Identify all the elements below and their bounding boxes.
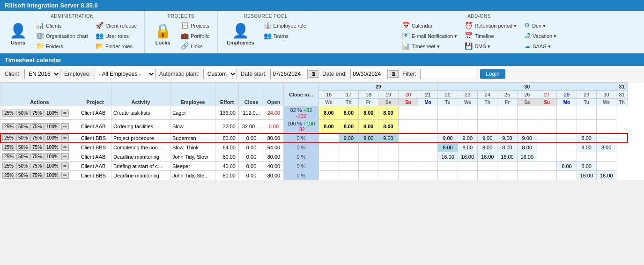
action-100[interactable]: 100% (44, 123, 60, 130)
calendar-button[interactable]: 📅 Calendar (400, 21, 459, 30)
cell-effort: 80.00 (215, 133, 239, 143)
employee-role-label: Employee role (274, 23, 306, 29)
date-end-input[interactable] (350, 69, 388, 79)
action-edit[interactable]: ✏ (61, 153, 69, 160)
teams-button[interactable]: 👥 Teams (262, 31, 308, 40)
action-100[interactable]: 100% (44, 110, 60, 117)
cell-effort: 32.00 (215, 120, 239, 133)
vacation-icon: 🏖 (524, 32, 531, 39)
users-button[interactable]: 👤 Users (6, 21, 30, 47)
vacation-button[interactable]: 🏖 Vacation ▾ (522, 31, 558, 40)
action-edit[interactable]: ✏ (61, 144, 69, 151)
action-25[interactable]: 25% (2, 134, 15, 141)
cell-open: 80.00 (264, 152, 283, 162)
cell-employee: Slow, Think (170, 143, 215, 152)
action-50[interactable]: 50% (16, 162, 30, 169)
login-button[interactable]: Login (480, 69, 505, 79)
action-100[interactable]: 100% (44, 153, 60, 160)
action-75[interactable]: 75% (30, 134, 44, 141)
action-50[interactable]: 50% (16, 134, 30, 141)
ribbon-section-projects: PROJECTS 🔒 Locks 📋 Projects 💼 Portfolio … (145, 11, 217, 53)
action-50[interactable]: 50% (16, 110, 30, 117)
timeline-label: Timeline (474, 33, 494, 39)
employee-select[interactable]: - All Employees - (95, 69, 155, 79)
links-button[interactable]: 🔗 Links (179, 41, 211, 51)
client-select[interactable]: EN 2016 (24, 69, 60, 79)
action-25[interactable]: 25% (2, 153, 15, 160)
date-end-calendar-button[interactable]: 🗓 (389, 70, 399, 78)
filter-input[interactable] (420, 69, 476, 79)
action-50[interactable]: 50% (16, 144, 30, 151)
action-25[interactable]: 25% (2, 123, 15, 130)
action-75[interactable]: 75% (30, 153, 44, 160)
action-100[interactable]: 100% (44, 144, 60, 151)
auto-plant-select[interactable]: Custom (203, 69, 237, 79)
org-chart-button[interactable]: 🏢 Organisation chart (34, 31, 90, 40)
cell-day (458, 162, 477, 171)
timesheet-button[interactable]: 📊 Timesheet ▾ (400, 41, 459, 51)
timeline-button[interactable]: 📅 Timeline (463, 31, 518, 40)
date-start-calendar-button[interactable]: 🗓 (309, 70, 318, 78)
action-edit[interactable]: ✏ (61, 134, 69, 141)
org-chart-label: Organisation chart (46, 33, 88, 39)
action-75[interactable]: 75% (30, 162, 44, 169)
action-25[interactable]: 25% (2, 172, 15, 179)
dms-icon: 💾 (465, 42, 473, 50)
cell-day: 8.00 (557, 162, 577, 171)
cell-close-in: 0 % (283, 171, 319, 180)
action-75[interactable]: 75% (30, 110, 44, 117)
projects-button[interactable]: 📋 Projects (179, 21, 211, 30)
date-start-input[interactable] (270, 69, 308, 79)
action-edit[interactable]: ✏ (61, 162, 69, 169)
week-29-header: 29 (319, 83, 438, 91)
ribbon-section-administration: ADMINISTRATION 👤 Users 📊 Clients 🏢 Organ… (0, 11, 145, 53)
action-100[interactable]: 100% (44, 134, 60, 141)
cell-day (477, 120, 497, 133)
admin-col1: 📊 Clients 🏢 Organisation chart 📁 Folders (34, 21, 90, 51)
action-25[interactable]: 25% (2, 162, 15, 169)
action-50[interactable]: 50% (16, 153, 30, 160)
projects-label: Projects (191, 23, 209, 29)
folders-button[interactable]: 📁 Folders (34, 41, 90, 51)
action-25[interactable]: 25% (2, 110, 15, 117)
cell-day: 16.00 (458, 152, 477, 162)
cell-day (477, 162, 497, 171)
pct-value: 0 % (296, 135, 305, 141)
cell-day (557, 152, 577, 162)
cell-day (398, 171, 418, 180)
action-100[interactable]: 100% (44, 162, 60, 169)
cell-day: 9.00 (378, 133, 398, 143)
folder-roles-button[interactable]: 📂 Folder roles (94, 41, 139, 51)
portfolio-button[interactable]: 💼 Portfolio (179, 31, 211, 40)
email-notification-button[interactable]: 📧 E-mail Notification ▾ (400, 31, 459, 40)
clients-button[interactable]: 📊 Clients (34, 21, 90, 30)
employee-role-button[interactable]: 👔 Employee role (262, 21, 308, 30)
action-50[interactable]: 50% (16, 172, 30, 179)
action-75[interactable]: 75% (30, 172, 44, 179)
action-edit[interactable]: ✏ (61, 123, 69, 130)
action-100[interactable]: 100% (44, 172, 60, 179)
col-employee: Employee (170, 83, 215, 106)
client-release-button[interactable]: 🚀 Client release (94, 21, 139, 30)
dev-button[interactable]: ⚙ Dev ▾ (522, 21, 558, 30)
action-50[interactable]: 50% (16, 123, 30, 130)
cell-day (557, 133, 577, 143)
user-roles-button[interactable]: 👥 User roles (94, 31, 139, 40)
cell-day (537, 162, 556, 171)
date-23: 23 (458, 91, 477, 99)
action-edit[interactable]: ✏ (61, 172, 69, 179)
day-su2: Su (537, 99, 556, 106)
saas-button[interactable]: ☁ SAAS ▾ (522, 41, 558, 51)
retention-period-button[interactable]: ⏰ Retention period ▾ (463, 21, 518, 30)
cell-project: Client BBS (79, 143, 111, 152)
action-icons: 25% 50% 75% 100% ✏ (2, 123, 77, 130)
employees-button[interactable]: 👤 Employees (223, 21, 258, 47)
locks-button[interactable]: 🔒 Locks (150, 21, 175, 47)
cell-open: 24.00 (264, 106, 283, 120)
dms-button[interactable]: 💾 DMS ▾ (463, 41, 518, 51)
action-25[interactable]: 25% (2, 144, 15, 151)
action-75[interactable]: 75% (30, 144, 44, 151)
cell-day: 9.00 (517, 133, 537, 143)
action-edit[interactable]: ✏ (61, 110, 69, 117)
action-75[interactable]: 75% (30, 123, 44, 130)
